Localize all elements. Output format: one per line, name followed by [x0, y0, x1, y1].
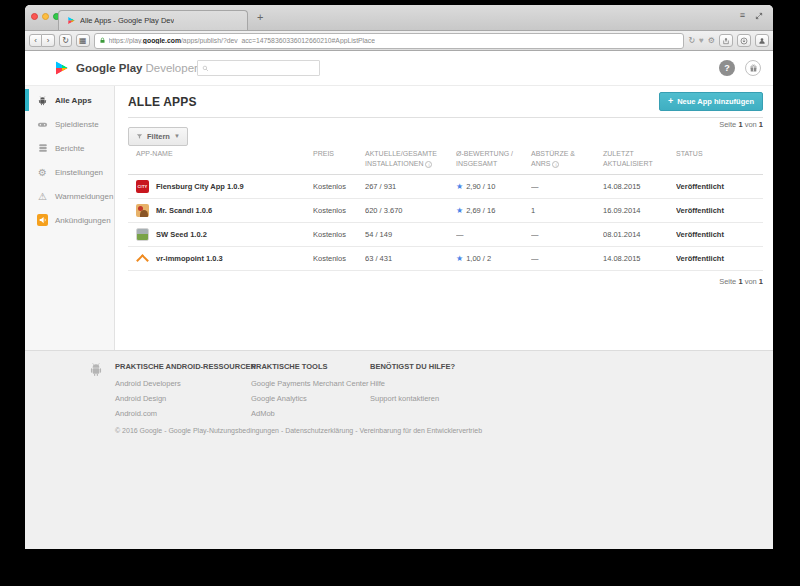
app-name-link[interactable]: SW Seed 1.0.2: [156, 230, 207, 239]
console-header: Google Play Developer Console ?: [25, 51, 773, 86]
sidebar-item-einstellungen[interactable]: ⚙ Einstellungen: [25, 160, 114, 184]
info-icon[interactable]: i: [425, 161, 432, 168]
app-icon: [136, 228, 149, 241]
console-search: [197, 60, 320, 76]
share-button[interactable]: [719, 34, 733, 47]
app-status: Veröffentlicht: [676, 182, 763, 191]
app-status: Veröffentlicht: [676, 230, 763, 239]
reload-button[interactable]: ↻: [59, 34, 72, 47]
app-name-link[interactable]: vr-immopoint 1.0.3: [156, 254, 223, 263]
plus-icon: +: [668, 98, 673, 105]
info-icon[interactable]: i: [552, 161, 559, 168]
footer-link-android-developers[interactable]: Android Developers: [115, 379, 256, 388]
sync-icon[interactable]: ↻: [688, 36, 695, 45]
forward-button[interactable]: ›: [42, 34, 55, 47]
downloads-button[interactable]: [737, 34, 751, 47]
app-installs: 620 / 3.670: [365, 206, 456, 215]
app-status: Veröffentlicht: [676, 206, 763, 215]
page-title: ALLE APPS: [128, 95, 197, 109]
search-icon: [202, 65, 209, 72]
footer-column-resources: PRAKTISCHE ANDROID-RESSOURCEN Android De…: [115, 362, 256, 424]
close-window-button[interactable]: [31, 13, 38, 20]
app-name-link[interactable]: Flensburg City App 1.0.9: [156, 182, 244, 191]
minimize-window-button[interactable]: [42, 13, 49, 20]
footer-link-google-payments[interactable]: Google Payments Merchant Center: [251, 379, 369, 388]
ssl-lock-icon: [99, 37, 106, 44]
chevron-down-icon: ▼: [174, 133, 180, 139]
main-content: ALLE APPS + Neue App hinzufügen Filtern …: [115, 86, 773, 350]
filter-button[interactable]: Filtern ▼: [128, 127, 188, 146]
google-play-logo: [54, 60, 70, 76]
footer-link-google-analytics[interactable]: Google Analytics: [251, 394, 369, 403]
app-icon: CITY: [136, 180, 149, 193]
footer-heading: PRAKTISCHE TOOLS: [251, 362, 369, 371]
warning-icon: ⚠: [37, 191, 48, 202]
app-status: Veröffentlicht: [676, 254, 763, 263]
footer-column-help: BENÖTIGST DU HILFE? Hilfe Support kontak…: [370, 362, 455, 409]
page-indicator-bottom: Seite 1 von 1: [128, 277, 763, 286]
app-name-link[interactable]: Mr. Scandi 1.0.6: [156, 206, 212, 215]
app-installs: 63 / 431: [365, 254, 456, 263]
star-icon: ★: [456, 206, 463, 215]
footer-heading: BENÖTIGST DU HILFE?: [370, 362, 455, 371]
promotions-button[interactable]: [745, 60, 761, 76]
help-button[interactable]: ?: [719, 60, 735, 76]
footer-link-hilfe[interactable]: Hilfe: [370, 379, 455, 388]
app-installs: 54 / 149: [365, 230, 456, 239]
fullscreen-icon[interactable]: [755, 12, 763, 20]
sidebar-item-alle-apps[interactable]: Alle Apps: [25, 88, 114, 112]
star-icon: ★: [456, 254, 463, 263]
window-controls: [31, 13, 60, 20]
announcements-icon: [37, 214, 48, 226]
page-indicator-top: Seite 1 von 1: [719, 120, 763, 129]
table-row: vr-immopoint 1.0.3 Kostenlos 63 / 431 ★1…: [128, 247, 763, 271]
sidebar-item-berichte[interactable]: Berichte: [25, 136, 114, 160]
back-button[interactable]: ‹: [29, 34, 42, 47]
top-sites-button[interactable]: ▦: [76, 34, 90, 47]
browser-tab[interactable]: Alle Apps - Google Play Dev: [58, 10, 248, 30]
app-updated: 14.08.2015: [603, 254, 676, 263]
app-icon: [136, 204, 149, 217]
column-header-preis: PREIS: [313, 149, 365, 159]
column-header-abstuerze: ABSTÜRZE & ANRSi: [531, 149, 603, 169]
app-rating: ★2,90 / 10: [456, 182, 531, 191]
add-new-app-button[interactable]: + Neue App hinzufügen: [659, 92, 763, 111]
table-row: SW Seed 1.0.2 Kostenlos 54 / 149 — — 08.…: [128, 223, 763, 247]
sidebar-item-ankuendigungen[interactable]: Ankündigungen: [25, 208, 114, 232]
gear-icon[interactable]: ⚙: [708, 36, 715, 45]
column-header-app-name: APP-NAME: [136, 149, 313, 159]
filter-funnel-icon: [136, 133, 143, 140]
footer-link-support[interactable]: Support kontaktieren: [370, 394, 455, 403]
url-text: https://play.google.com/apps/publish/?de…: [109, 37, 375, 44]
app-crashes: —: [531, 182, 603, 191]
star-icon: ★: [456, 182, 463, 191]
app-price: Kostenlos: [313, 182, 365, 191]
heart-icon[interactable]: ♥: [699, 36, 704, 45]
android-icon: [37, 95, 48, 106]
android-robot-icon: [88, 361, 104, 377]
app-price: Kostenlos: [313, 254, 365, 263]
footer-column-tools: PRAKTISCHE TOOLS Google Payments Merchan…: [251, 362, 369, 424]
tab-title: Alle Apps - Google Play Dev: [80, 16, 174, 25]
sidebar-item-spieldienste[interactable]: Spieldienste: [25, 112, 114, 136]
column-header-bewertung: Ø-BEWERTUNG / INSGESAMT: [456, 149, 531, 169]
app-price: Kostenlos: [313, 230, 365, 239]
search-input[interactable]: [212, 63, 315, 74]
tab-overview-icon[interactable]: ≡: [740, 11, 745, 20]
app-icon: [136, 252, 149, 265]
app-rating: ★1,00 / 2: [456, 254, 531, 263]
app-crashes: —: [531, 254, 603, 263]
browser-window: Alle Apps - Google Play Dev + ≡ ‹ › ↻ ▦ …: [25, 5, 773, 549]
footer-link-admob[interactable]: AdMob: [251, 409, 369, 418]
footer-link-android-design[interactable]: Android Design: [115, 394, 256, 403]
new-tab-button[interactable]: +: [257, 12, 263, 23]
address-bar[interactable]: https://play.google.com/apps/publish/?de…: [94, 33, 685, 49]
browser-titlebar: Alle Apps - Google Play Dev + ≡: [25, 5, 773, 31]
reports-icon: [37, 143, 48, 153]
sidebar: Alle Apps Spieldienste Berichte ⚙ Einste…: [25, 86, 115, 350]
footer-heading: PRAKTISCHE ANDROID-RESSOURCEN: [115, 362, 256, 371]
profile-button[interactable]: [755, 34, 769, 47]
sidebar-item-warnmeldungen[interactable]: ⚠ Warnmeldungen: [25, 184, 114, 208]
app-updated: 16.09.2014: [603, 206, 676, 215]
footer-link-android-com[interactable]: Android.com: [115, 409, 256, 418]
